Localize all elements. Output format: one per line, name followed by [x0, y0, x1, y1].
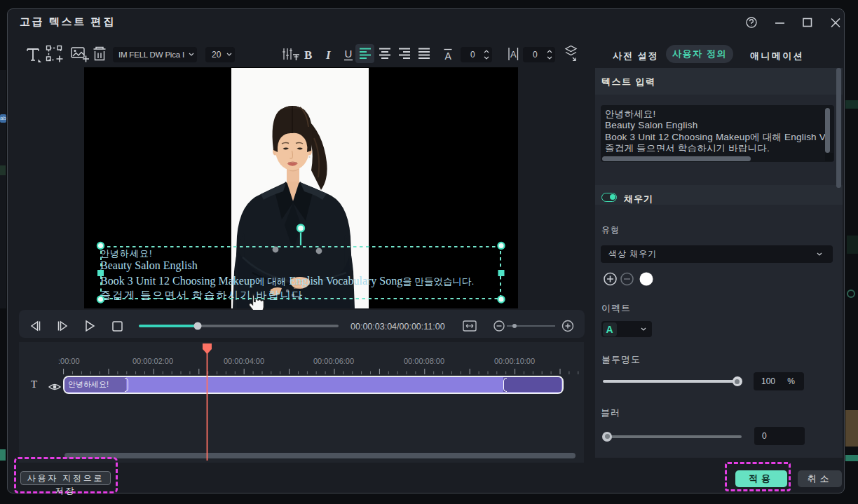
svg-text:I: I	[325, 48, 332, 62]
svg-text:B: B	[304, 48, 312, 62]
svg-text:U: U	[345, 48, 353, 60]
svg-text:A: A	[510, 49, 517, 60]
svg-text:A: A	[445, 50, 452, 62]
svg-text:00:00:03:04/00:00:11:00: 00:00:03:04/00:00:11:00	[350, 322, 445, 332]
